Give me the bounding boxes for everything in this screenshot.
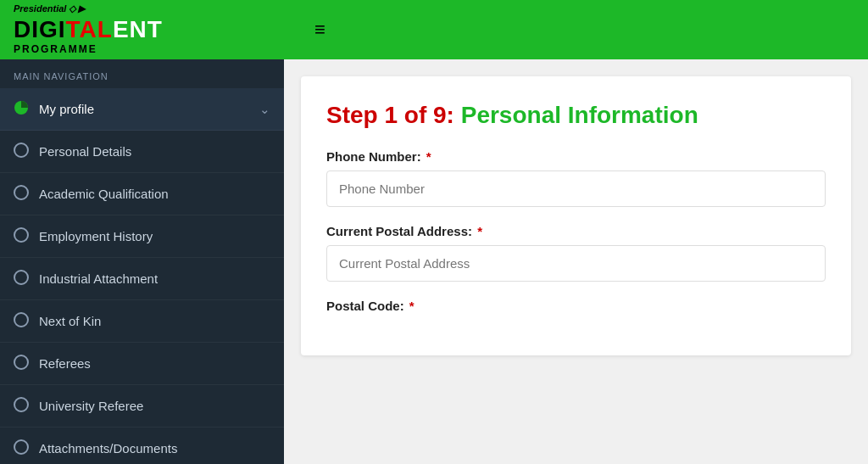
sidebar-item-academic-qualification[interactable]: Academic Qualification	[0, 173, 284, 215]
postal-code-group: Postal Code: *	[326, 299, 826, 313]
sidebar-item-label: Employment History	[39, 229, 153, 243]
postal-address-input[interactable]	[326, 245, 826, 282]
sidebar-item-label: Academic Qualification	[39, 187, 169, 201]
phone-number-label: Phone Number: *	[326, 149, 826, 164]
phone-number-input[interactable]	[326, 171, 826, 207]
content-area: Step 1 of 9: Personal Information Phone …	[284, 59, 868, 464]
postal-address-label: Current Postal Address: *	[326, 224, 826, 238]
sidebar-item-personal-details[interactable]: Personal Details	[0, 131, 284, 173]
sidebar: MAIN NAVIGATION My profile ⌄ Personal De…	[0, 59, 284, 464]
circle-icon	[14, 397, 29, 415]
sidebar-item-attachments-documents[interactable]: Attachments/Documents	[0, 428, 284, 464]
circle-icon	[14, 270, 29, 288]
sidebar-item-university-referee[interactable]: University Referee	[0, 385, 284, 428]
sidebar-item-label: Referees	[39, 356, 91, 371]
circle-icon	[14, 355, 29, 372]
required-marker: *	[426, 149, 431, 164]
logo-presidential: Presidential ◇ ▶	[14, 3, 163, 14]
sidebar-item-employment-history[interactable]: Employment History	[0, 215, 284, 258]
sidebar-nav-label: MAIN NAVIGATION	[0, 59, 284, 88]
sidebar-item-label: Personal Details	[39, 144, 131, 159]
logo-programme: PROGRAMME	[14, 43, 163, 55]
sidebar-item-label: Next of Kin	[39, 314, 101, 328]
hamburger-icon[interactable]: ≡	[314, 19, 326, 41]
circle-icon	[14, 143, 29, 160]
main-layout: MAIN NAVIGATION My profile ⌄ Personal De…	[0, 59, 868, 464]
sidebar-item-label: Attachments/Documents	[39, 441, 177, 456]
postal-code-label: Postal Code: *	[326, 299, 826, 313]
postal-address-group: Current Postal Address: *	[326, 224, 826, 282]
app-header: Presidential ◇ ▶ DIGITALENT PROGRAMME ≡	[0, 0, 868, 59]
sidebar-item-label: My profile	[39, 102, 94, 116]
sidebar-item-label: University Referee	[39, 399, 143, 413]
phone-number-group: Phone Number: *	[326, 149, 826, 207]
hamburger-area: ≡	[298, 19, 854, 41]
circle-icon	[14, 185, 29, 203]
chevron-down-icon: ⌄	[259, 102, 270, 117]
logo-digital: DIGITALENT	[14, 15, 163, 44]
sidebar-item-my-profile[interactable]: My profile ⌄	[0, 88, 284, 131]
sidebar-item-next-of-kin[interactable]: Next of Kin	[0, 300, 284, 343]
logo-area: Presidential ◇ ▶ DIGITALENT PROGRAMME	[14, 3, 298, 55]
sidebar-item-label: Industrial Attachment	[39, 271, 158, 286]
circle-icon	[14, 227, 29, 245]
logo: Presidential ◇ ▶ DIGITALENT PROGRAMME	[14, 3, 163, 55]
circle-icon	[14, 312, 29, 330]
step-name: Personal Information	[461, 102, 698, 128]
circle-icon	[14, 439, 29, 457]
form-panel: Step 1 of 9: Personal Information Phone …	[301, 76, 851, 355]
step-title: Step 1 of 9: Personal Information	[326, 102, 826, 129]
pie-icon	[14, 100, 29, 118]
sidebar-item-industrial-attachment[interactable]: Industrial Attachment	[0, 258, 284, 300]
sidebar-item-referees[interactable]: Referees	[0, 343, 284, 385]
step-number: Step 1 of 9:	[326, 102, 454, 128]
required-marker: *	[477, 224, 482, 238]
required-marker: *	[409, 299, 415, 313]
